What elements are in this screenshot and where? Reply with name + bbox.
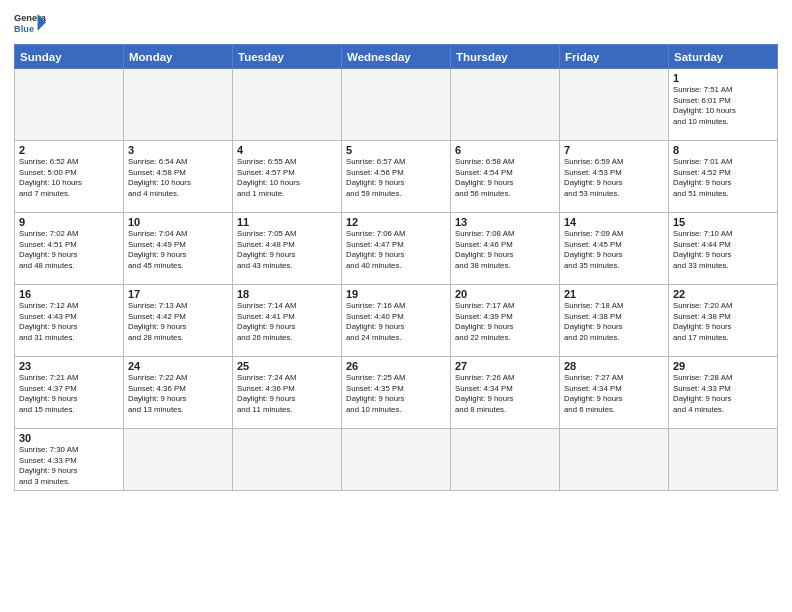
calendar-cell: 24Sunrise: 7:22 AM Sunset: 4:36 PM Dayli…: [124, 357, 233, 429]
calendar-cell: 29Sunrise: 7:28 AM Sunset: 4:33 PM Dayli…: [669, 357, 778, 429]
calendar-cell: 18Sunrise: 7:14 AM Sunset: 4:41 PM Dayli…: [233, 285, 342, 357]
day-number: 29: [673, 360, 773, 372]
header: General Blue: [14, 10, 778, 38]
col-header-friday: Friday: [560, 45, 669, 69]
day-number: 18: [237, 288, 337, 300]
calendar-cell: 3Sunrise: 6:54 AM Sunset: 4:58 PM Daylig…: [124, 141, 233, 213]
generalblue-logo-icon: General Blue: [14, 10, 46, 38]
col-header-thursday: Thursday: [451, 45, 560, 69]
calendar-cell: 10Sunrise: 7:04 AM Sunset: 4:49 PM Dayli…: [124, 213, 233, 285]
calendar-cell: [233, 69, 342, 141]
day-number: 8: [673, 144, 773, 156]
calendar-cell: 22Sunrise: 7:20 AM Sunset: 4:38 PM Dayli…: [669, 285, 778, 357]
day-number: 21: [564, 288, 664, 300]
day-info: Sunrise: 7:22 AM Sunset: 4:36 PM Dayligh…: [128, 373, 228, 415]
day-number: 27: [455, 360, 555, 372]
calendar-header-row: SundayMondayTuesdayWednesdayThursdayFrid…: [15, 45, 778, 69]
calendar-week-row: 9Sunrise: 7:02 AM Sunset: 4:51 PM Daylig…: [15, 213, 778, 285]
day-info: Sunrise: 7:06 AM Sunset: 4:47 PM Dayligh…: [346, 229, 446, 271]
calendar-cell: 9Sunrise: 7:02 AM Sunset: 4:51 PM Daylig…: [15, 213, 124, 285]
calendar-cell: 21Sunrise: 7:18 AM Sunset: 4:38 PM Dayli…: [560, 285, 669, 357]
day-number: 15: [673, 216, 773, 228]
day-number: 28: [564, 360, 664, 372]
day-number: 1: [673, 72, 773, 84]
day-number: 16: [19, 288, 119, 300]
calendar-week-row: 30Sunrise: 7:30 AM Sunset: 4:33 PM Dayli…: [15, 429, 778, 491]
calendar-cell: 27Sunrise: 7:26 AM Sunset: 4:34 PM Dayli…: [451, 357, 560, 429]
day-info: Sunrise: 6:58 AM Sunset: 4:54 PM Dayligh…: [455, 157, 555, 199]
day-number: 13: [455, 216, 555, 228]
calendar-cell: [15, 69, 124, 141]
day-info: Sunrise: 7:16 AM Sunset: 4:40 PM Dayligh…: [346, 301, 446, 343]
calendar-cell: 25Sunrise: 7:24 AM Sunset: 4:36 PM Dayli…: [233, 357, 342, 429]
calendar-cell: 2Sunrise: 6:52 AM Sunset: 5:00 PM Daylig…: [15, 141, 124, 213]
calendar-cell: [124, 69, 233, 141]
day-info: Sunrise: 7:24 AM Sunset: 4:36 PM Dayligh…: [237, 373, 337, 415]
col-header-monday: Monday: [124, 45, 233, 69]
calendar-table: SundayMondayTuesdayWednesdayThursdayFrid…: [14, 44, 778, 491]
day-info: Sunrise: 7:04 AM Sunset: 4:49 PM Dayligh…: [128, 229, 228, 271]
calendar-cell: 26Sunrise: 7:25 AM Sunset: 4:35 PM Dayli…: [342, 357, 451, 429]
day-number: 26: [346, 360, 446, 372]
calendar-cell: [560, 69, 669, 141]
calendar-cell: 19Sunrise: 7:16 AM Sunset: 4:40 PM Dayli…: [342, 285, 451, 357]
day-number: 20: [455, 288, 555, 300]
calendar-cell: 15Sunrise: 7:10 AM Sunset: 4:44 PM Dayli…: [669, 213, 778, 285]
calendar-cell: [233, 429, 342, 491]
day-number: 11: [237, 216, 337, 228]
calendar-week-row: 16Sunrise: 7:12 AM Sunset: 4:43 PM Dayli…: [15, 285, 778, 357]
calendar-cell: [124, 429, 233, 491]
calendar-cell: 6Sunrise: 6:58 AM Sunset: 4:54 PM Daylig…: [451, 141, 560, 213]
day-number: 19: [346, 288, 446, 300]
calendar-cell: 7Sunrise: 6:59 AM Sunset: 4:53 PM Daylig…: [560, 141, 669, 213]
day-info: Sunrise: 7:10 AM Sunset: 4:44 PM Dayligh…: [673, 229, 773, 271]
day-number: 25: [237, 360, 337, 372]
day-info: Sunrise: 7:02 AM Sunset: 4:51 PM Dayligh…: [19, 229, 119, 271]
day-info: Sunrise: 7:17 AM Sunset: 4:39 PM Dayligh…: [455, 301, 555, 343]
day-info: Sunrise: 7:09 AM Sunset: 4:45 PM Dayligh…: [564, 229, 664, 271]
calendar-cell: [342, 429, 451, 491]
col-header-saturday: Saturday: [669, 45, 778, 69]
day-info: Sunrise: 6:59 AM Sunset: 4:53 PM Dayligh…: [564, 157, 664, 199]
calendar-cell: [669, 429, 778, 491]
day-info: Sunrise: 7:21 AM Sunset: 4:37 PM Dayligh…: [19, 373, 119, 415]
day-info: Sunrise: 7:20 AM Sunset: 4:38 PM Dayligh…: [673, 301, 773, 343]
calendar-cell: [560, 429, 669, 491]
day-info: Sunrise: 6:54 AM Sunset: 4:58 PM Dayligh…: [128, 157, 228, 199]
day-info: Sunrise: 7:12 AM Sunset: 4:43 PM Dayligh…: [19, 301, 119, 343]
calendar-cell: 8Sunrise: 7:01 AM Sunset: 4:52 PM Daylig…: [669, 141, 778, 213]
day-info: Sunrise: 7:08 AM Sunset: 4:46 PM Dayligh…: [455, 229, 555, 271]
calendar-week-row: 1Sunrise: 7:51 AM Sunset: 6:01 PM Daylig…: [15, 69, 778, 141]
day-number: 2: [19, 144, 119, 156]
calendar-cell: 23Sunrise: 7:21 AM Sunset: 4:37 PM Dayli…: [15, 357, 124, 429]
day-number: 24: [128, 360, 228, 372]
day-number: 23: [19, 360, 119, 372]
day-info: Sunrise: 7:05 AM Sunset: 4:48 PM Dayligh…: [237, 229, 337, 271]
day-info: Sunrise: 7:14 AM Sunset: 4:41 PM Dayligh…: [237, 301, 337, 343]
col-header-tuesday: Tuesday: [233, 45, 342, 69]
day-info: Sunrise: 7:18 AM Sunset: 4:38 PM Dayligh…: [564, 301, 664, 343]
day-number: 10: [128, 216, 228, 228]
logo: General Blue: [14, 10, 46, 38]
calendar-cell: [342, 69, 451, 141]
calendar-cell: 20Sunrise: 7:17 AM Sunset: 4:39 PM Dayli…: [451, 285, 560, 357]
day-info: Sunrise: 6:57 AM Sunset: 4:56 PM Dayligh…: [346, 157, 446, 199]
svg-text:Blue: Blue: [14, 24, 34, 34]
day-info: Sunrise: 7:27 AM Sunset: 4:34 PM Dayligh…: [564, 373, 664, 415]
day-number: 17: [128, 288, 228, 300]
calendar-week-row: 2Sunrise: 6:52 AM Sunset: 5:00 PM Daylig…: [15, 141, 778, 213]
calendar-cell: 4Sunrise: 6:55 AM Sunset: 4:57 PM Daylig…: [233, 141, 342, 213]
calendar-cell: [451, 69, 560, 141]
calendar-cell: 17Sunrise: 7:13 AM Sunset: 4:42 PM Dayli…: [124, 285, 233, 357]
day-number: 22: [673, 288, 773, 300]
col-header-wednesday: Wednesday: [342, 45, 451, 69]
calendar-cell: 13Sunrise: 7:08 AM Sunset: 4:46 PM Dayli…: [451, 213, 560, 285]
day-info: Sunrise: 7:25 AM Sunset: 4:35 PM Dayligh…: [346, 373, 446, 415]
day-info: Sunrise: 7:26 AM Sunset: 4:34 PM Dayligh…: [455, 373, 555, 415]
col-header-sunday: Sunday: [15, 45, 124, 69]
day-number: 7: [564, 144, 664, 156]
day-number: 4: [237, 144, 337, 156]
calendar-cell: 30Sunrise: 7:30 AM Sunset: 4:33 PM Dayli…: [15, 429, 124, 491]
calendar-cell: 1Sunrise: 7:51 AM Sunset: 6:01 PM Daylig…: [669, 69, 778, 141]
calendar-cell: 14Sunrise: 7:09 AM Sunset: 4:45 PM Dayli…: [560, 213, 669, 285]
